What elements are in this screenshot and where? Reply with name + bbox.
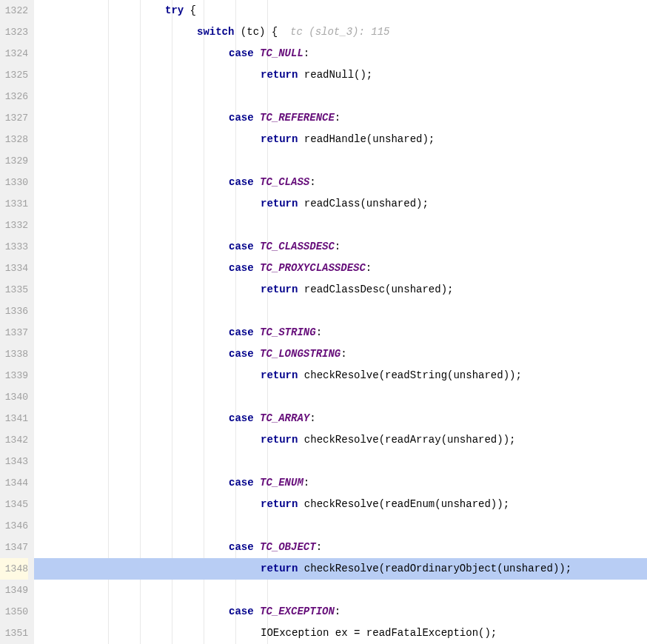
line-number: 1343: [0, 451, 28, 472]
line-number: 1347: [0, 537, 28, 558]
code-line[interactable]: case TC_OBJECT:: [34, 537, 647, 558]
code-line[interactable]: return checkResolve(readOrdinaryObject(u…: [34, 558, 647, 580]
token-const: TC_PROXYCLASSDESC: [260, 262, 366, 274]
line-number: 1322: [0, 0, 28, 21]
code-line[interactable]: IOException ex = readFatalException();: [34, 623, 647, 644]
token-kw: case: [229, 326, 260, 338]
code-line[interactable]: return readNull();: [34, 64, 647, 86]
code-line[interactable]: return readHandle(unshared);: [34, 129, 647, 150]
token-kw: case: [229, 477, 260, 489]
token-kw: case: [229, 606, 260, 617]
token-txt: (tc) {: [234, 26, 290, 38]
token-const: TC_CLASS: [260, 176, 309, 188]
line-number: 1345: [0, 494, 28, 515]
token-const: TC_ARRAY: [260, 412, 309, 424]
token-kw: return: [261, 434, 298, 446]
line-number: 1344: [0, 472, 28, 494]
line-number: 1341: [0, 408, 28, 429]
token-txt: :: [316, 541, 322, 553]
token-txt: readClass(unshared);: [298, 198, 428, 209]
token-txt: :: [304, 477, 309, 489]
code-line[interactable]: case TC_PROXYCLASSDESC:: [34, 258, 647, 279]
token-const: TC_OBJECT: [260, 541, 316, 553]
line-number: 1327: [0, 107, 28, 129]
line-number: 1346: [0, 515, 28, 537]
token-const: TC_ENUM: [260, 477, 304, 489]
line-number: 1339: [0, 365, 28, 386]
token-const: TC_STRING: [260, 326, 316, 338]
code-line[interactable]: [34, 386, 647, 408]
code-line[interactable]: case TC_EXCEPTION:: [34, 601, 647, 623]
code-line[interactable]: case TC_ARRAY:: [34, 408, 647, 429]
line-number: 1340: [0, 386, 28, 408]
token-txt: checkResolve(readOrdinaryObject(unshared…: [298, 563, 571, 574]
code-line[interactable]: [34, 215, 647, 236]
token-kw: return: [261, 563, 298, 574]
line-number: 1323: [0, 21, 28, 43]
token-const: TC_NULL: [260, 47, 304, 59]
token-kw: case: [229, 348, 260, 360]
token-txt: :: [335, 606, 341, 617]
token-txt: readNull();: [298, 69, 372, 81]
token-txt: :: [366, 262, 372, 274]
line-number: 1348: [0, 558, 28, 580]
code-line[interactable]: case TC_LONGSTRING:: [34, 343, 647, 365]
token-txt: :: [316, 326, 322, 338]
line-number: 1349: [0, 580, 28, 601]
code-line[interactable]: case TC_ENUM:: [34, 472, 647, 494]
line-number: 1334: [0, 258, 28, 279]
line-number: 1324: [0, 43, 28, 64]
line-number: 1331: [0, 193, 28, 215]
line-number: 1329: [0, 150, 28, 172]
code-line[interactable]: [34, 580, 647, 601]
token-const: TC_REFERENCE: [260, 112, 335, 124]
token-kw: case: [229, 541, 260, 553]
line-number: 1325: [0, 64, 28, 86]
token-kw: case: [229, 412, 260, 424]
code-line[interactable]: [34, 150, 647, 172]
token-kw: return: [261, 498, 298, 510]
code-line[interactable]: [34, 301, 647, 322]
line-number: 1333: [0, 236, 28, 258]
token-txt: checkResolve(readArray(unshared));: [298, 434, 515, 446]
line-number: 1330: [0, 172, 28, 193]
line-number: 1342: [0, 429, 28, 451]
token-txt: IOException ex = readFatalException();: [261, 627, 497, 639]
code-line[interactable]: case TC_REFERENCE:: [34, 107, 647, 129]
code-line[interactable]: case TC_STRING:: [34, 322, 647, 343]
line-number: 1328: [0, 129, 28, 150]
code-editor[interactable]: 1322132313241325132613271328132913301331…: [0, 0, 647, 644]
code-line[interactable]: return checkResolve(readString(unshared)…: [34, 365, 647, 386]
code-line[interactable]: case TC_CLASS:: [34, 172, 647, 193]
code-line[interactable]: try {: [34, 0, 647, 21]
token-kw: case: [229, 241, 260, 252]
token-kw: case: [229, 47, 260, 59]
code-area[interactable]: try {switch (tc) { tc (slot_3): 115case …: [34, 0, 647, 644]
token-txt: checkResolve(readEnum(unshared));: [298, 498, 509, 510]
code-line[interactable]: return readClass(unshared);: [34, 193, 647, 215]
token-txt: :: [335, 241, 341, 252]
code-line[interactable]: case TC_CLASSDESC:: [34, 236, 647, 258]
token-txt: :: [309, 412, 315, 424]
line-number-gutter: 1322132313241325132613271328132913301331…: [0, 0, 34, 644]
code-line[interactable]: [34, 451, 647, 472]
token-txt: :: [341, 348, 346, 360]
token-kw: switch: [197, 26, 234, 38]
code-line[interactable]: return checkResolve(readEnum(unshared));: [34, 494, 647, 515]
token-kw: return: [261, 69, 298, 81]
code-line[interactable]: case TC_NULL:: [34, 43, 647, 64]
code-line[interactable]: switch (tc) { tc (slot_3): 115: [34, 21, 647, 43]
code-line[interactable]: return checkResolve(readArray(unshared))…: [34, 429, 647, 451]
line-number: 1337: [0, 322, 28, 343]
token-kw: case: [229, 262, 260, 274]
code-line[interactable]: [34, 86, 647, 107]
token-comment: tc (slot_3): 115: [290, 26, 389, 38]
token-txt: readClassDesc(unshared);: [298, 284, 453, 295]
line-number: 1351: [0, 623, 28, 644]
code-line[interactable]: [34, 515, 647, 537]
code-line[interactable]: return readClassDesc(unshared);: [34, 279, 647, 301]
token-const: TC_LONGSTRING: [260, 348, 341, 360]
line-number: 1338: [0, 343, 28, 365]
token-txt: :: [335, 112, 341, 124]
token-kw: case: [229, 176, 260, 188]
